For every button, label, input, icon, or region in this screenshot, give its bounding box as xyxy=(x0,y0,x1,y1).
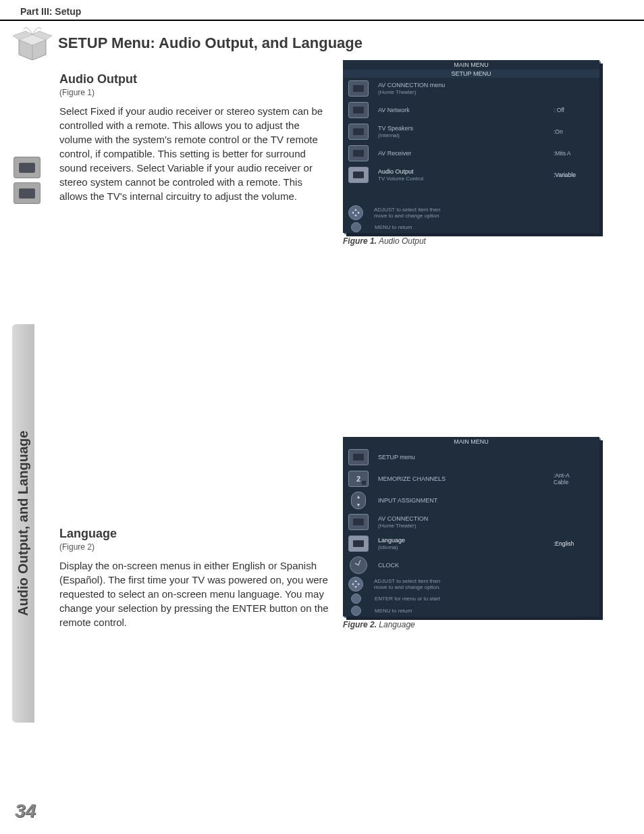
menu-row-av-connection[interactable]: AV CONNECTION menu(Home Theater) xyxy=(343,78,599,99)
tv-item-icon xyxy=(348,80,369,97)
adjust-icon xyxy=(348,577,363,592)
caption-bold: Figure 1. xyxy=(343,236,377,246)
menu-label: INPUT ASSIGNMENT xyxy=(378,497,554,504)
menu-row-clock[interactable]: CLOCK xyxy=(343,554,599,576)
tv-item-icon xyxy=(348,449,369,465)
menu-row-input-assignment[interactable]: ▲▼ INPUT ASSIGNMENT xyxy=(343,490,599,511)
menu-value-line2: Cable xyxy=(554,479,568,486)
menu-row-tv-speakers[interactable]: TV Speakers(Internal) :On xyxy=(343,121,599,142)
menu-row-language[interactable]: Language(Idioma) :English xyxy=(343,533,599,554)
menu-sublabel: (Idioma) xyxy=(378,544,554,551)
menu-value: :On xyxy=(554,128,594,135)
figure-2: MAIN MENU SETUP menu 2 MEMORIZE CHANNELS… xyxy=(343,437,606,629)
open-box-icon xyxy=(12,26,53,60)
menu-hint-menu: MENU to return xyxy=(343,604,599,617)
menu-value: :Mits A xyxy=(554,150,594,157)
menu-hint-adjust: ADJUST to select item thenmove to and ch… xyxy=(343,205,599,221)
figure-1: MAIN MENU SETUP MENU AV CONNECTION menu(… xyxy=(343,60,606,246)
sidebar-tab: Audio Output, and Language xyxy=(12,324,34,723)
tv-item-icon-selected xyxy=(348,536,369,552)
menu-row-av-receiver[interactable]: AV Receiver :Mits A xyxy=(343,142,599,164)
hint-line: MENU to return xyxy=(373,608,412,614)
title-row: SETUP Menu: Audio Output, and Language xyxy=(0,21,644,60)
menu-hint-menu: MENU to return xyxy=(343,221,599,233)
tv-menu-setup: MAIN MENU SETUP MENU AV CONNECTION menu(… xyxy=(343,60,599,233)
menu-label: CLOCK xyxy=(378,562,554,569)
menu-value: : Off xyxy=(554,107,594,113)
menu-label: MEMORIZE CHANNELS xyxy=(378,475,554,483)
menu-label: AV CONNECTION xyxy=(378,515,428,522)
menu-label: AV Receiver xyxy=(378,150,554,157)
caption-bold: Figure 2. xyxy=(343,620,377,629)
menu-row-av-network[interactable]: AV Network : Off xyxy=(343,99,599,121)
page-number: 34 xyxy=(15,800,36,822)
hint-line: ADJUST to select item then xyxy=(374,207,440,213)
menu-row-audio-output[interactable]: Audio OutputTV Volume Control :Variable xyxy=(343,164,599,186)
menu-hint-enter: ENTER for menu or to start xyxy=(343,592,599,604)
figure-2-caption: Figure 2. Language xyxy=(343,620,606,629)
page-header: Part III: Setup xyxy=(0,0,644,21)
hint-line: ADJUST to select item then xyxy=(374,578,440,584)
body-language: Display the on-screen menus in either En… xyxy=(59,558,329,629)
menu-label: TV Speakers xyxy=(378,125,413,132)
section-language: Language (Figure 2) Display the on-scree… xyxy=(59,515,624,629)
heading-language: Language xyxy=(59,527,329,541)
tv-icon xyxy=(14,182,41,204)
updown-icon: ▲▼ xyxy=(351,492,366,509)
body-audio-output: Select Fixed if your audio receiver or s… xyxy=(59,104,329,203)
tv-item-icon-selected xyxy=(348,167,369,183)
margin-icons xyxy=(14,157,41,204)
menu-sublabel: (Home Theater) xyxy=(378,89,554,96)
menu-row-setup[interactable]: SETUP menu xyxy=(343,446,599,468)
figure-ref-2: (Figure 2) xyxy=(59,542,329,552)
menu-sublabel: (Home Theater) xyxy=(378,523,554,529)
page-title: SETUP Menu: Audio Output, and Language xyxy=(58,34,363,52)
menu-label: SETUP menu xyxy=(378,454,554,461)
menu-button-icon xyxy=(351,222,361,232)
tv-menu-main: MAIN MENU SETUP menu 2 MEMORIZE CHANNELS… xyxy=(343,437,599,617)
tv-item-icon xyxy=(348,102,369,118)
menu-value: :Ant-A xyxy=(554,472,570,479)
tv-item-icon xyxy=(348,145,369,161)
hint-line: move to and change option. xyxy=(374,584,441,590)
menu-label: AV CONNECTION menu xyxy=(378,82,445,88)
menu-label: Language xyxy=(378,537,405,544)
menu-value: :English xyxy=(554,540,594,547)
figure-1-caption: Figure 1. Audio Output xyxy=(343,236,606,246)
clock-icon xyxy=(350,556,367,574)
menu-hint-adjust: ADJUST to select item thenmove to and ch… xyxy=(343,576,599,592)
menu-row-memorize-channels[interactable]: 2 MEMORIZE CHANNELS :Ant-A Cable xyxy=(343,468,599,490)
menu-row-av-connection[interactable]: AV CONNECTION(Home Theater) xyxy=(343,511,599,533)
caption-text: Language xyxy=(377,620,415,629)
menu-value: :Variable xyxy=(554,172,594,178)
menu-label: AV Network xyxy=(378,107,554,114)
section-audio-output: Audio Output (Figure 1) Select Fixed if … xyxy=(59,60,624,246)
enter-button-icon xyxy=(351,594,361,604)
channel-number-icon: 2 xyxy=(348,471,369,487)
menu-label: Audio Output xyxy=(378,168,414,175)
tv-menu-header: MAIN MENU xyxy=(343,60,599,70)
tv-item-icon xyxy=(348,514,369,530)
hint-line: MENU to return xyxy=(373,224,412,230)
hint-line: move to and change option xyxy=(374,213,439,219)
menu-sublabel: TV Volume Control xyxy=(378,176,554,182)
heading-audio-output: Audio Output xyxy=(59,72,329,86)
tv-icon xyxy=(14,157,41,178)
menu-sublabel: (Internal) xyxy=(378,132,554,139)
tv-item-icon xyxy=(348,124,369,140)
hint-line: ENTER for menu or to start xyxy=(373,596,440,602)
menu-button-icon xyxy=(351,606,361,616)
adjust-icon xyxy=(348,205,363,220)
caption-text: Audio Output xyxy=(377,236,426,246)
figure-ref-1: (Figure 1) xyxy=(59,88,329,97)
tv-menu-subheader: SETUP MENU xyxy=(343,70,599,78)
tv-menu-header: MAIN MENU xyxy=(343,437,599,446)
header-part: Part III: Setup xyxy=(20,6,81,17)
